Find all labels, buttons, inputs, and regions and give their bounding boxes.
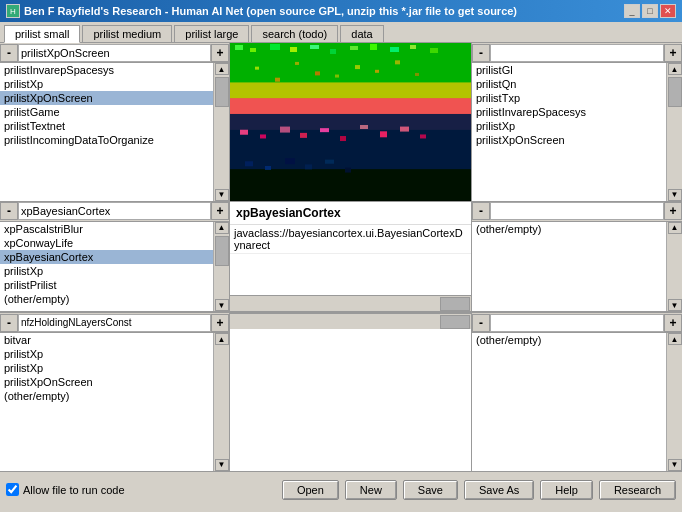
svg-rect-5 — [235, 45, 243, 50]
bottom-left-label[interactable]: nfzHoldingNLayersConst — [18, 314, 211, 332]
top-left-scrollbar[interactable]: ▲ ▼ — [213, 63, 229, 201]
middle-right-scrollbar[interactable]: ▲ ▼ — [666, 222, 682, 312]
window-title: Ben F Rayfield's Research - Human AI Net… — [24, 5, 517, 17]
list-item[interactable]: (other/empty) — [472, 222, 666, 236]
tab-prilist-large[interactable]: prilist large — [174, 25, 249, 42]
bottom-right-scrollbar[interactable]: ▲ ▼ — [666, 333, 682, 471]
list-item[interactable]: xpConwayLife — [0, 236, 213, 250]
bottom-panels-row: - nfzHoldingNLayersConst + bitvar prilis… — [0, 312, 682, 471]
svg-rect-10 — [330, 49, 336, 54]
bottom-left-scrollbar[interactable]: ▲ ▼ — [213, 333, 229, 471]
bottom-left-minus[interactable]: - — [0, 314, 18, 332]
svg-rect-24 — [400, 127, 409, 132]
svg-rect-40 — [415, 73, 419, 76]
list-item[interactable]: prilistTextnet — [0, 119, 213, 133]
allow-run-checkbox[interactable] — [6, 483, 19, 496]
list-item[interactable]: prilistXpOnScreen — [0, 91, 213, 105]
top-left-minus[interactable]: - — [0, 44, 18, 62]
bottom-right-minus[interactable]: - — [472, 314, 490, 332]
tab-data[interactable]: data — [340, 25, 383, 42]
list-item[interactable]: prilistInvarepSpacesys — [0, 63, 213, 77]
middle-left-scroll-thumb[interactable] — [215, 236, 229, 266]
middle-left-minus[interactable]: - — [0, 202, 18, 220]
list-item[interactable]: prilistPrilist — [0, 278, 213, 292]
list-item[interactable]: (other/empty) — [0, 292, 213, 306]
middle-panels-row: - xpBayesianCortex + xpPascalstriBlur xp… — [0, 202, 682, 313]
middle-right-minus[interactable]: - — [472, 202, 490, 220]
top-left-list-container: prilistInvarepSpacesys prilistXp prilist… — [0, 63, 229, 201]
bottom-left-list-container: bitvar prilistXp prilistXp prilistXpOnSc… — [0, 333, 229, 471]
list-item[interactable]: prilistInvarepSpacesys — [472, 105, 666, 119]
list-item[interactable]: xpPascalstriBlur — [0, 222, 213, 236]
middle-left-label[interactable]: xpBayesianCortex — [18, 202, 211, 220]
bottom-left-plus[interactable]: + — [211, 314, 229, 332]
bottom-right-label[interactable] — [490, 314, 664, 332]
list-item[interactable]: xpBayesianCortex — [0, 250, 213, 264]
svg-rect-22 — [360, 125, 368, 129]
window-controls[interactable]: _ □ ✕ — [624, 4, 676, 18]
svg-rect-20 — [320, 128, 329, 132]
top-left-header: - prilistXpOnScreen + — [0, 43, 229, 63]
top-right-label[interactable] — [490, 44, 664, 62]
open-button[interactable]: Open — [282, 480, 339, 500]
top-left-scroll-thumb[interactable] — [215, 77, 229, 107]
top-panels-row: - prilistXpOnScreen + prilistInvarepSpac… — [0, 43, 682, 202]
tab-search[interactable]: search (todo) — [251, 25, 338, 42]
middle-right-label[interactable] — [490, 202, 664, 220]
list-item[interactable]: prilistGame — [0, 105, 213, 119]
list-item[interactable]: prilistXp — [0, 347, 213, 361]
middle-left-plus[interactable]: + — [211, 202, 229, 220]
list-item[interactable]: bitvar — [0, 333, 213, 347]
bottom-right-plus[interactable]: + — [664, 314, 682, 332]
svg-rect-38 — [375, 70, 379, 73]
tab-prilist-medium[interactable]: prilist medium — [82, 25, 172, 42]
bottom-center-panel — [230, 313, 472, 471]
middle-center-panel: xpBayesianCortex javaclass://bayesiancor… — [230, 202, 472, 312]
list-item[interactable]: prilistXp — [0, 264, 213, 278]
bottom-left-header: - nfzHoldingNLayersConst + — [0, 313, 229, 333]
top-right-list-container: prilistGl prilistQn prilistTxp prilistIn… — [472, 63, 682, 201]
middle-left-scrollbar[interactable]: ▲ ▼ — [213, 222, 229, 312]
middle-center-scrollbar-h[interactable] — [230, 295, 471, 311]
save-button[interactable]: Save — [403, 480, 458, 500]
save-as-button[interactable]: Save As — [464, 480, 534, 500]
list-item[interactable]: prilistIncomingDataToOrganize — [0, 133, 213, 147]
top-left-panel: - prilistXpOnScreen + prilistInvarepSpac… — [0, 43, 230, 201]
list-item[interactable]: prilistQn — [472, 77, 666, 91]
help-button[interactable]: Help — [540, 480, 593, 500]
list-item[interactable]: prilistXpOnScreen — [472, 133, 666, 147]
svg-rect-23 — [380, 131, 387, 137]
list-item[interactable]: prilistXpOnScreen — [0, 375, 213, 389]
top-right-scroll-thumb[interactable] — [668, 77, 682, 107]
list-item[interactable]: prilistXp — [0, 77, 213, 91]
list-item[interactable]: (other/empty) — [0, 389, 213, 403]
research-button[interactable]: Research — [599, 480, 676, 500]
list-item[interactable]: prilistGl — [472, 63, 666, 77]
new-button[interactable]: New — [345, 480, 397, 500]
svg-rect-39 — [395, 60, 400, 64]
svg-rect-32 — [255, 67, 259, 70]
svg-rect-21 — [340, 136, 346, 141]
content-text: javaclass://bayesiancortex.ui.BayesianCo… — [234, 227, 467, 251]
top-right-minus[interactable]: - — [472, 44, 490, 62]
list-item[interactable]: (other/empty) — [472, 333, 666, 347]
middle-right-list-container: (other/empty) ▲ ▼ — [472, 222, 682, 312]
top-right-list: prilistGl prilistQn prilistTxp prilistIn… — [472, 63, 666, 201]
middle-right-plus[interactable]: + — [664, 202, 682, 220]
list-item[interactable]: prilistXp — [472, 119, 666, 133]
list-item[interactable]: prilistTxp — [472, 91, 666, 105]
top-right-scrollbar[interactable]: ▲ ▼ — [666, 63, 682, 201]
allow-run-checkbox-label[interactable]: Allow file to run code — [6, 483, 125, 496]
top-right-plus[interactable]: + — [664, 44, 682, 62]
bottom-center-scrollbar-h[interactable] — [230, 313, 471, 329]
tab-prilist-small[interactable]: prilist small — [4, 25, 80, 43]
list-item[interactable]: prilistXp — [0, 361, 213, 375]
heatmap-panel — [230, 43, 472, 201]
maximize-button[interactable]: □ — [642, 4, 658, 18]
middle-right-list: (other/empty) — [472, 222, 666, 312]
close-button[interactable]: ✕ — [660, 4, 676, 18]
top-left-label[interactable]: prilistXpOnScreen — [18, 44, 211, 62]
minimize-button[interactable]: _ — [624, 4, 640, 18]
top-left-plus[interactable]: + — [211, 44, 229, 62]
middle-right-panel: - + (other/empty) ▲ ▼ — [472, 202, 682, 312]
